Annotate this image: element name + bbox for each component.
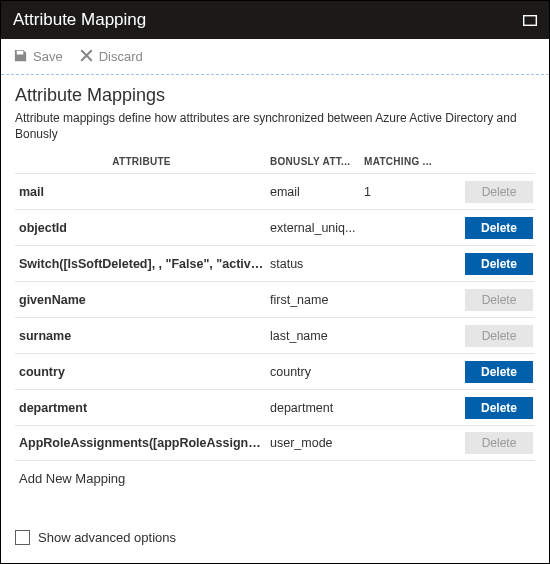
advanced-options-row: Show advanced options bbox=[15, 526, 535, 549]
delete-button: Delete bbox=[465, 181, 533, 203]
cell-bonusly: last_name bbox=[270, 329, 364, 343]
cell-attribute: country bbox=[15, 365, 270, 379]
discard-button[interactable]: Discard bbox=[79, 48, 143, 66]
close-icon bbox=[79, 48, 94, 66]
advanced-options-label: Show advanced options bbox=[38, 530, 176, 545]
add-new-mapping-link[interactable]: Add New Mapping bbox=[15, 461, 535, 496]
cell-attribute: mail bbox=[15, 185, 270, 199]
table-row[interactable]: objectIdexternal_uniq...Delete bbox=[15, 209, 535, 245]
discard-label: Discard bbox=[99, 49, 143, 64]
delete-button: Delete bbox=[465, 432, 533, 454]
maximize-icon[interactable] bbox=[523, 15, 537, 26]
delete-button[interactable]: Delete bbox=[465, 361, 533, 383]
delete-button[interactable]: Delete bbox=[465, 253, 533, 275]
titlebar: Attribute Mapping bbox=[1, 1, 549, 39]
delete-button[interactable]: Delete bbox=[465, 217, 533, 239]
save-icon bbox=[13, 48, 28, 66]
cell-bonusly: first_name bbox=[270, 293, 364, 307]
cell-bonusly: email bbox=[270, 185, 364, 199]
save-label: Save bbox=[33, 49, 63, 64]
advanced-options-checkbox[interactable] bbox=[15, 530, 30, 545]
table-row[interactable]: Switch([IsSoftDeleted], , "False", "acti… bbox=[15, 245, 535, 281]
cell-attribute: department bbox=[15, 401, 270, 415]
table-row[interactable]: countrycountryDelete bbox=[15, 353, 535, 389]
cell-bonusly: country bbox=[270, 365, 364, 379]
cell-attribute: objectId bbox=[15, 221, 270, 235]
table-row[interactable]: mailemail1Delete bbox=[15, 173, 535, 209]
grid-header: ATTRIBUTE BONUSLY ATT... MATCHING ... bbox=[15, 152, 535, 173]
grid-body: mailemail1DeleteobjectIdexternal_uniq...… bbox=[15, 173, 535, 461]
delete-button: Delete bbox=[465, 289, 533, 311]
delete-button[interactable]: Delete bbox=[465, 397, 533, 419]
table-row[interactable]: AppRoleAssignments([appRoleAssignments])… bbox=[15, 425, 535, 461]
delete-button: Delete bbox=[465, 325, 533, 347]
table-row[interactable]: departmentdepartmentDelete bbox=[15, 389, 535, 425]
cell-bonusly: department bbox=[270, 401, 364, 415]
cell-bonusly: status bbox=[270, 257, 364, 271]
cell-attribute: AppRoleAssignments([appRoleAssignments]) bbox=[15, 436, 270, 450]
header-bonusly: BONUSLY ATT... bbox=[270, 156, 364, 167]
header-matching: MATCHING ... bbox=[364, 156, 442, 167]
table-row[interactable]: surnamelast_nameDelete bbox=[15, 317, 535, 353]
header-attribute: ATTRIBUTE bbox=[15, 156, 270, 167]
cell-bonusly: user_mode bbox=[270, 436, 364, 450]
cell-matching: 1 bbox=[364, 185, 442, 199]
toolbar: Save Discard bbox=[1, 39, 549, 75]
cell-bonusly: external_uniq... bbox=[270, 221, 364, 235]
svg-rect-0 bbox=[524, 15, 537, 25]
table-row[interactable]: givenNamefirst_nameDelete bbox=[15, 281, 535, 317]
cell-attribute: Switch([IsSoftDeleted], , "False", "acti… bbox=[15, 257, 270, 271]
window-title: Attribute Mapping bbox=[13, 10, 146, 30]
save-button[interactable]: Save bbox=[13, 48, 63, 66]
cell-attribute: givenName bbox=[15, 293, 270, 307]
section-heading: Attribute Mappings bbox=[15, 85, 535, 106]
cell-attribute: surname bbox=[15, 329, 270, 343]
section-description: Attribute mappings define how attributes… bbox=[15, 110, 535, 142]
